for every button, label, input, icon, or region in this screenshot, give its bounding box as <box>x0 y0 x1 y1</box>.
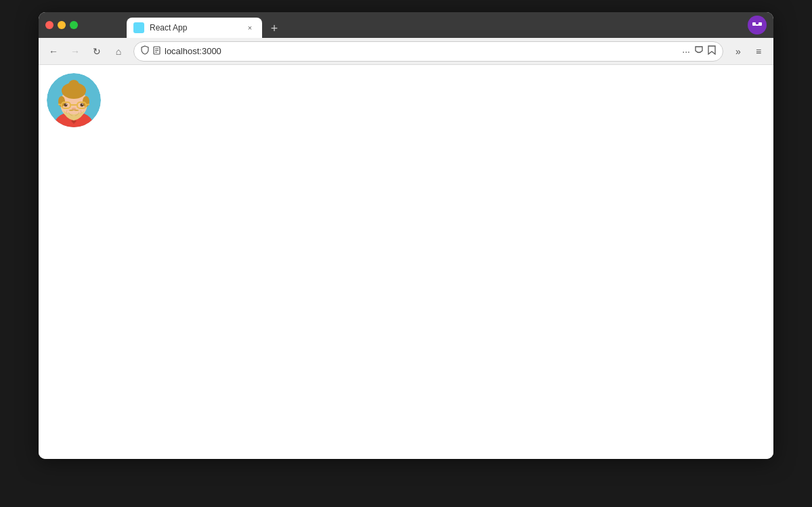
forward-button[interactable]: → <box>66 42 85 61</box>
address-bar[interactable]: ··· <box>133 41 723 62</box>
svg-point-18 <box>68 80 79 91</box>
bookmark-icon[interactable] <box>708 45 716 57</box>
svg-point-27 <box>81 104 84 107</box>
svg-rect-6 <box>756 24 758 26</box>
extension-icon <box>752 20 763 30</box>
nav-bar: ← → ↻ ⌂ ··· <box>39 38 773 65</box>
menu-button[interactable]: ≡ <box>749 42 768 61</box>
url-input[interactable] <box>165 46 678 56</box>
tab-title: React App <box>150 23 239 32</box>
back-button[interactable]: ← <box>44 42 63 61</box>
address-action-icons: ··· <box>682 45 716 57</box>
content-area <box>39 65 773 459</box>
new-tab-button[interactable]: + <box>265 19 284 38</box>
svg-line-24 <box>58 104 62 105</box>
toolbar-right: » ≡ <box>729 42 768 61</box>
svg-point-29 <box>82 104 83 105</box>
security-icon <box>141 45 149 57</box>
svg-rect-5 <box>758 22 762 26</box>
refresh-button[interactable]: ↻ <box>87 42 106 61</box>
window-controls <box>45 21 78 29</box>
minimize-window-button[interactable] <box>58 21 66 29</box>
svg-point-0 <box>137 26 140 29</box>
avatar <box>47 73 101 127</box>
pocket-icon[interactable] <box>694 45 704 57</box>
svg-point-26 <box>64 104 68 107</box>
title-bar: React App × + <box>39 12 773 38</box>
active-tab[interactable]: React App × <box>127 18 262 38</box>
page-icon <box>153 46 161 57</box>
svg-line-25 <box>86 104 89 105</box>
home-button[interactable]: ⌂ <box>109 42 128 61</box>
tabs-area: React App × + <box>127 12 284 38</box>
maximize-window-button[interactable] <box>70 21 78 29</box>
overflow-button[interactable]: » <box>729 42 748 61</box>
svg-point-28 <box>66 104 67 105</box>
close-window-button[interactable] <box>45 21 54 29</box>
more-dots-icon[interactable]: ··· <box>682 46 690 57</box>
svg-rect-4 <box>752 22 756 26</box>
tab-favicon <box>133 22 144 33</box>
tab-close-button[interactable]: × <box>244 22 255 33</box>
browser-window: React App × + ← → ↻ ⌂ <box>39 12 773 459</box>
extension-button[interactable] <box>748 16 767 35</box>
